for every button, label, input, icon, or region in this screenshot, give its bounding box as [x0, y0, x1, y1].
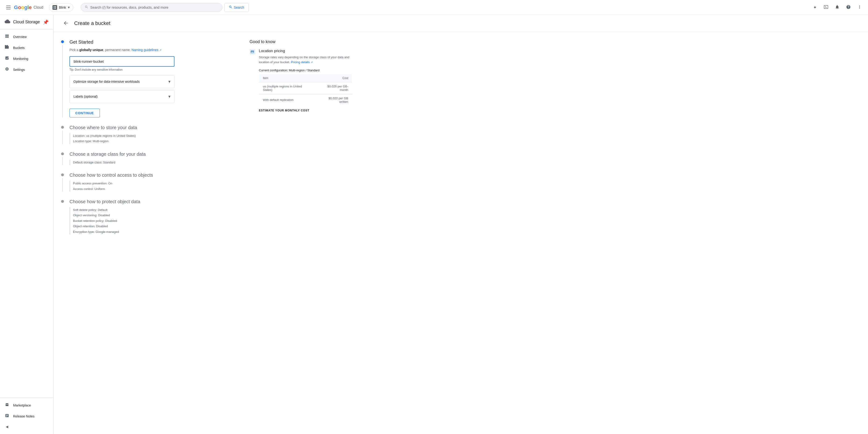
location-pricing-section: Location pricing Storage rates vary depe…	[250, 49, 352, 112]
current-config-label: Current configuration: Multi-region / St…	[259, 69, 352, 72]
step-3-storage-class: Default storage class: Standard	[73, 160, 238, 165]
settings-icon	[5, 67, 9, 72]
step-dot-2	[61, 126, 64, 129]
pin-icon[interactable]: 📌	[43, 19, 49, 25]
help-button[interactable]	[844, 3, 853, 12]
notifications-button[interactable]	[833, 3, 842, 12]
sidebar-item-marketplace[interactable]: Marketplace	[0, 400, 53, 411]
step-title-4: Choose how to control access to objects	[69, 172, 238, 178]
optimize-section-header[interactable]: Optimize storage for data-intensive work…	[70, 75, 174, 88]
logo-text: Cloud	[34, 5, 43, 9]
bucket-input-tip: Tip: Don't include any sensitive informa…	[69, 68, 238, 71]
naming-guidelines-link[interactable]: Naming guidelines ↗	[131, 48, 161, 52]
estimate-monthly-cost-link[interactable]: ESTIMATE YOUR MONTHLY COST	[259, 109, 309, 112]
sidebar-overview-label: Overview	[13, 35, 27, 39]
step-title-3: Choose a storage class for your data	[69, 152, 238, 157]
bucket-name-input[interactable]	[69, 56, 175, 67]
continue-button[interactable]: CONTINUE	[69, 109, 100, 118]
main-content: Create a bucket Get Started Pick a globa…	[54, 15, 868, 434]
step-line-2	[62, 131, 63, 144]
hamburger-menu[interactable]	[4, 3, 13, 12]
sidebar-release-notes-label: Release Notes	[13, 414, 34, 418]
table-row: With default replication $0.020 per GB w…	[259, 94, 352, 106]
sidebar-service-title: Cloud Storage	[13, 20, 40, 25]
step-line-1	[62, 45, 63, 118]
step-4-access-control: Access control: Uniform	[73, 186, 238, 192]
step-body-4: Choose how to control access to objects …	[69, 172, 238, 192]
step-2-details: Location: us (multiple regions in United…	[69, 133, 238, 144]
step-5-object-retention: Object retention: Disabled	[73, 224, 238, 229]
pricing-row-item-1: With default replication	[259, 94, 315, 106]
sidebar-nav: Overview Buckets Monitoring Settings	[0, 29, 53, 77]
sidebar-item-collapse[interactable]: ◄	[0, 422, 53, 432]
monitoring-icon	[5, 56, 9, 61]
step-choose-location: Choose where to store your data Location…	[61, 125, 238, 144]
right-panel: Good to know Location pricing Storage ra…	[250, 39, 352, 242]
external-link-icon: ↗	[159, 49, 161, 52]
step-indicator-4	[61, 172, 64, 192]
step-4-details: Public access prevention: On Access cont…	[69, 181, 238, 192]
svg-rect-3	[55, 8, 56, 9]
gemini-button[interactable]: ✦	[810, 3, 819, 12]
step-2-location: Location: us (multiple regions in United…	[73, 133, 238, 138]
sidebar-item-buckets[interactable]: Buckets	[0, 42, 50, 53]
step-2-location-type: Location type: Multi-region	[73, 138, 238, 144]
pricing-table: Item Cost us (multiple regions in United…	[259, 74, 352, 106]
pricing-row-cost-0: $0.026 per GB-month	[315, 82, 352, 94]
google-cloud-logo[interactable]: Google Cloud	[14, 4, 43, 10]
release-notes-icon	[5, 413, 9, 419]
search-button[interactable]: Search	[224, 3, 249, 12]
labels-section: Labels (optional) ▾	[69, 90, 175, 103]
sidebar-item-monitoring[interactable]: Monitoring	[0, 53, 50, 64]
sidebar-item-settings[interactable]: Settings	[0, 64, 50, 75]
project-name: Blink	[59, 6, 66, 9]
search-btn-icon	[229, 5, 232, 9]
step-3-details: Default storage class: Standard	[69, 160, 238, 165]
step-indicator-3	[61, 152, 64, 165]
back-arrow-icon	[63, 20, 68, 27]
pricing-row-item-0: us (multiple regions in United States)	[259, 82, 315, 94]
pricing-details-link[interactable]: Pricing details ↗	[291, 60, 313, 64]
pricing-col-item: Item	[259, 74, 315, 82]
step-get-started: Get Started Pick a globally unique, perm…	[61, 39, 238, 118]
step-protect-data: Choose how to protect object data Soft d…	[61, 199, 238, 234]
more-options-button[interactable]	[855, 3, 864, 12]
more-vert-icon	[857, 5, 862, 10]
project-icon	[53, 5, 57, 10]
search-icon	[85, 5, 88, 9]
google-g-icon: Google	[14, 4, 32, 10]
sidebar-bottom: Marketplace Release Notes ◄	[0, 398, 53, 434]
step-dot-1	[61, 40, 64, 43]
bell-icon	[835, 5, 840, 10]
collapse-icon: ◄	[5, 425, 9, 429]
step-indicator-1	[61, 39, 64, 118]
search-input[interactable]	[90, 5, 218, 9]
step-line-4	[62, 178, 63, 192]
step-body-1: Get Started Pick a globally unique, perm…	[69, 39, 238, 118]
table-row: us (multiple regions in United States) $…	[259, 82, 352, 94]
step-line-3	[62, 157, 63, 165]
back-button[interactable]	[61, 19, 70, 28]
step-5-encryption: Encryption type: Google-managed	[73, 229, 238, 234]
buckets-icon	[5, 45, 9, 51]
step-dot-5	[61, 200, 64, 203]
step-dot-3	[61, 153, 64, 155]
sidebar-buckets-label: Buckets	[13, 46, 25, 49]
optimize-label: Optimize storage for data-intensive work…	[73, 80, 140, 84]
step-title-5: Choose how to protect object data	[69, 199, 238, 204]
sidebar-item-release-notes[interactable]: Release Notes	[0, 411, 53, 422]
marketplace-icon	[5, 403, 9, 408]
terminal-button[interactable]	[822, 3, 831, 12]
terminal-icon	[824, 5, 828, 10]
labels-section-header[interactable]: Labels (optional) ▾	[70, 90, 174, 103]
cloud-storage-icon	[5, 19, 10, 25]
location-pricing-title: Location pricing	[259, 49, 352, 53]
search-button-label: Search	[234, 6, 244, 9]
project-selector[interactable]: Blink ▾	[49, 3, 73, 11]
content-area: Get Started Pick a globally unique, perm…	[54, 32, 868, 249]
location-pricing-desc: Storage rates vary depending on the stor…	[259, 55, 352, 65]
step-title-1: Get Started	[69, 39, 238, 45]
sidebar-settings-label: Settings	[13, 68, 25, 72]
step-indicator-5	[61, 199, 64, 234]
sidebar-item-overview[interactable]: Overview	[0, 31, 50, 42]
